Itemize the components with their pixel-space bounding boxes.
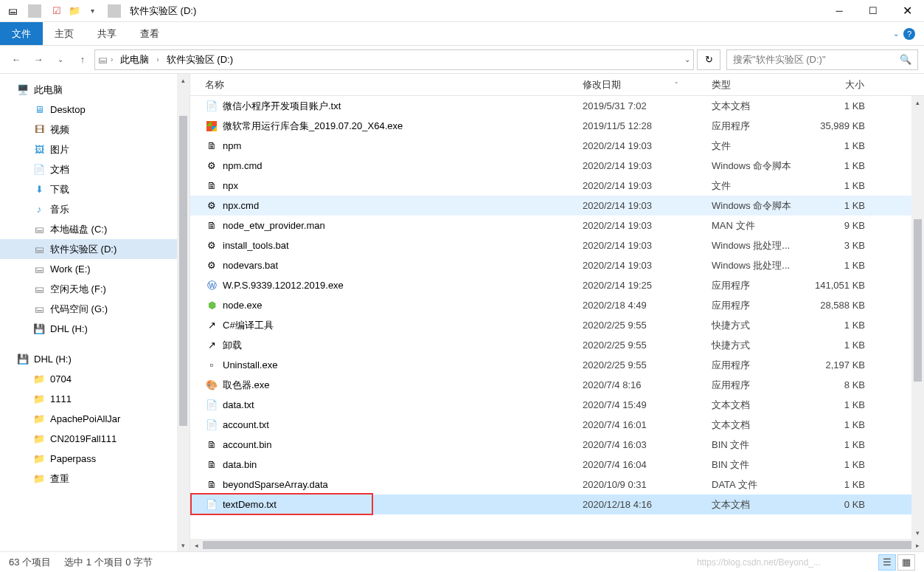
scroll-thumb-v[interactable]	[179, 116, 187, 426]
tree-label: DHL (H:)	[34, 354, 72, 365]
file-row[interactable]: ⚙npm.cmd2020/2/14 19:03Windows 命令脚本1 KB	[190, 156, 924, 176]
tree-node[interactable]: 📁0704	[0, 369, 190, 389]
ribbon-expand-icon[interactable]: ⌄	[893, 30, 899, 38]
tree-label: 图片	[50, 143, 69, 156]
tree-node[interactable]: 🖥Desktop	[0, 100, 190, 120]
file-row[interactable]: ⚙nodevars.bat2020/2/14 19:03Windows 批处理.…	[190, 255, 924, 275]
tree-node[interactable]: 🖴代码空间 (G:)	[0, 299, 190, 319]
file-row[interactable]: 🎨取色器.exe2020/7/4 8:16应用程序8 KB	[190, 375, 924, 395]
tree-node[interactable]: 💾DHL (H:)	[0, 319, 190, 339]
scroll-thumb-h[interactable]	[203, 541, 911, 549]
col-name[interactable]: 名称	[190, 74, 574, 95]
file-row[interactable]: 微软常用运行库合集_2019.07.20_X64.exe2019/11/5 12…	[190, 116, 924, 136]
tree-icon: 🖴	[32, 303, 46, 316]
refresh-button[interactable]: ↻	[697, 49, 720, 70]
file-row[interactable]: 🗎account.bin2020/7/4 16:03BIN 文件1 KB	[190, 435, 924, 455]
tab-home[interactable]: 主页	[43, 22, 86, 45]
file-row[interactable]: 🗎npx2020/2/14 19:03文件1 KB	[190, 176, 924, 196]
scroll-down-icon[interactable]: ▾	[177, 539, 190, 551]
breadcrumb-location[interactable]: 软件实验区 (D:)	[162, 52, 237, 68]
tree-node[interactable]: 📁ApachePoiAllJar	[0, 409, 190, 429]
qat-folder-icon[interactable]: 📁	[68, 4, 81, 18]
scroll-up-icon[interactable]: ▴	[177, 74, 190, 86]
file-row[interactable]: ⬢node.exe2020/2/18 4:49应用程序28,588 KB	[190, 295, 924, 315]
col-size[interactable]: 大小	[813, 74, 887, 95]
tree-icon: 📁	[32, 472, 46, 486]
col-type[interactable]: 类型	[703, 74, 813, 95]
file-row[interactable]: ⚙npx.cmd2020/2/14 19:03Windows 命令脚本1 KB	[190, 196, 924, 216]
scroll-down-icon[interactable]: ▾	[911, 526, 924, 539]
file-type: Windows 命令脚本	[703, 159, 813, 173]
tree-node[interactable]: 🖥️此电脑	[0, 80, 190, 100]
tree-node[interactable]: 📁查重	[0, 469, 190, 489]
file-row[interactable]: ↗C#编译工具2020/2/25 9:55快捷方式1 KB	[190, 315, 924, 335]
file-name: npm.cmd	[223, 160, 262, 171]
tree-node[interactable]: ♪音乐	[0, 199, 190, 219]
tree-node[interactable]: 📁1111	[0, 389, 190, 409]
file-row[interactable]: 🗎data.bin2020/7/4 16:04BIN 文件1 KB	[190, 455, 924, 475]
nav-tree[interactable]: 🖥️此电脑🖥Desktop🎞视频🖼图片📄文档⬇下载♪音乐🖴本地磁盘 (C:)🖴软…	[0, 74, 190, 551]
tree-label: 1111	[50, 393, 72, 404]
forward-button[interactable]: →	[28, 49, 49, 70]
back-button[interactable]: ←	[6, 49, 27, 70]
file-list[interactable]: 📄微信小程序开发项目账户.txt2019/5/31 7:02文本文档1 KB微软…	[190, 96, 924, 539]
scroll-right-icon[interactable]: ▸	[911, 539, 924, 551]
file-row[interactable]: 📄data.txt2020/7/4 15:49文本文档1 KB	[190, 395, 924, 415]
file-row[interactable]: 📄account.txt2020/7/4 16:01文本文档1 KB	[190, 415, 924, 435]
tree-icon: 📁	[32, 373, 46, 386]
close-button[interactable]: ✕	[890, 0, 924, 22]
tree-node[interactable]: 📁Paperpass	[0, 449, 190, 469]
file-row[interactable]: ↗卸载2020/2/25 9:55快捷方式1 KB	[190, 335, 924, 355]
file-row[interactable]: 🗎beyondSparseArray.data2020/10/9 0:31DAT…	[190, 475, 924, 495]
tree-node[interactable]	[0, 339, 190, 349]
file-row[interactable]: ⚙install_tools.bat2020/2/14 19:03Windows…	[190, 235, 924, 255]
address-bar[interactable]: 🖴 › 此电脑 › 软件实验区 (D:) ⌄	[94, 49, 694, 70]
status-item-count: 63 个项目	[9, 556, 51, 569]
tree-node[interactable]: 🖴Work (E:)	[0, 259, 190, 279]
address-dropdown-icon[interactable]: ⌄	[684, 55, 690, 63]
file-date: 2020/2/18 4:49	[574, 300, 703, 311]
file-row[interactable]: ⓌW.P.S.9339.12012.2019.exe2020/2/14 19:2…	[190, 275, 924, 295]
tree-node[interactable]: 🖴空闲天地 (F:)	[0, 279, 190, 299]
breadcrumb-pc[interactable]: 此电脑	[116, 52, 153, 68]
file-row[interactable]: 📄textDemo.txt2020/12/18 4:16文本文档0 KB	[190, 495, 924, 514]
tree-node[interactable]: ⬇下载	[0, 179, 190, 199]
scroll-up-icon[interactable]: ▴	[911, 96, 924, 108]
view-thumbnails-button[interactable]: ▦	[897, 554, 915, 571]
tab-share[interactable]: 共享	[86, 22, 128, 45]
file-type: 应用程序	[703, 359, 813, 372]
minimize-button[interactable]: ─	[822, 0, 856, 22]
tree-node[interactable]: 🖴本地磁盘 (C:)	[0, 219, 190, 239]
up-button[interactable]: ↑	[72, 49, 93, 70]
tab-view[interactable]: 查看	[128, 22, 171, 45]
search-input[interactable]: 搜索"软件实验区 (D:)" 🔍	[726, 49, 918, 70]
filelist-scrollbar[interactable]: ▴▾	[911, 96, 924, 539]
qat-overflow-icon[interactable]: ▾	[86, 4, 99, 18]
file-name: beyondSparseArray.data	[223, 479, 328, 490]
file-row[interactable]: 📄微信小程序开发项目账户.txt2019/5/31 7:02文本文档1 KB	[190, 96, 924, 116]
tree-node[interactable]: 📄文档	[0, 159, 190, 179]
file-name: 微软常用运行库合集_2019.07.20_X64.exe	[223, 120, 403, 133]
tree-scrollbar[interactable]: ▴▾	[177, 74, 190, 551]
tree-node[interactable]: 🎞视频	[0, 120, 190, 139]
search-icon[interactable]: 🔍	[900, 54, 911, 65]
qat-properties-icon[interactable]: ☑	[50, 4, 63, 18]
maximize-button[interactable]: ☐	[856, 0, 890, 22]
file-date: 2020/7/4 16:03	[574, 439, 703, 450]
tree-label: Desktop	[50, 104, 86, 115]
horizontal-scrollbar[interactable]: ◂ ▸	[190, 539, 924, 551]
tree-node[interactable]: 🖼图片	[0, 139, 190, 159]
tree-node[interactable]: 💾DHL (H:)	[0, 349, 190, 369]
scroll-thumb-v[interactable]	[914, 219, 922, 382]
tree-node[interactable]: 🖴软件实验区 (D:)	[0, 239, 190, 259]
view-details-button[interactable]: ☰	[878, 554, 896, 571]
file-row[interactable]: 🗎npm2020/2/14 19:03文件1 KB	[190, 136, 924, 156]
file-row[interactable]: 🗎node_etw_provider.man2020/2/14 19:03MAN…	[190, 216, 924, 235]
col-date[interactable]: 修改日期˄	[574, 74, 703, 95]
history-dropdown[interactable]: ⌄	[50, 49, 71, 70]
scroll-left-icon[interactable]: ◂	[190, 539, 203, 551]
help-icon[interactable]: ?	[903, 28, 915, 40]
file-row[interactable]: ▫Uninstall.exe2020/2/25 9:55应用程序2,197 KB	[190, 355, 924, 375]
tab-file[interactable]: 文件	[0, 22, 43, 45]
tree-node[interactable]: 📁CN2019Fall111	[0, 429, 190, 449]
